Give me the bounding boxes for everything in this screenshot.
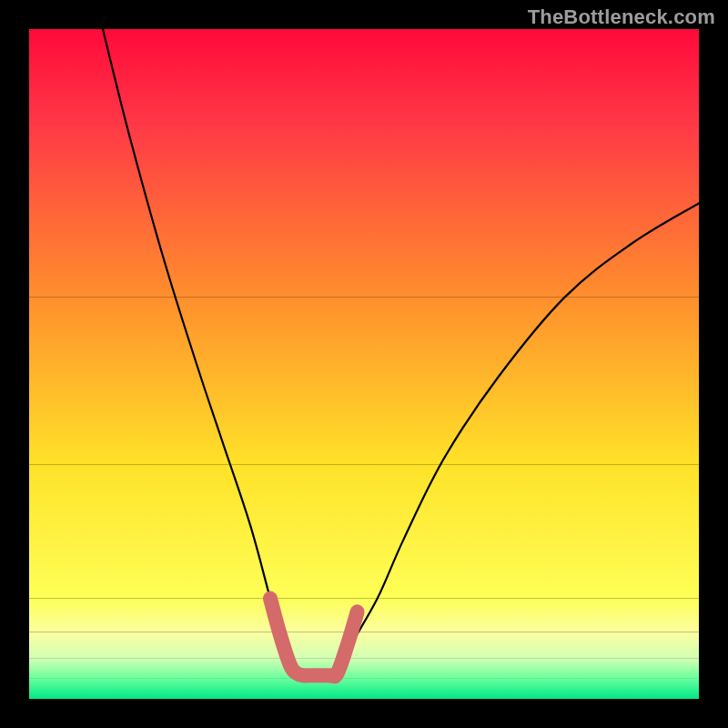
plot-area	[29, 29, 699, 699]
bg-band	[29, 679, 699, 699]
bg-band	[29, 632, 699, 658]
chart-frame: TheBottleneck.com	[0, 0, 728, 728]
bg-band	[29, 464, 699, 598]
bg-band	[29, 599, 699, 632]
watermark-text: TheBottleneck.com	[528, 5, 715, 29]
bg-band	[29, 29, 699, 123]
bg-band	[29, 297, 699, 464]
bg-band	[29, 123, 699, 297]
bg-band	[29, 659, 699, 679]
bottleneck-chart	[29, 29, 699, 699]
